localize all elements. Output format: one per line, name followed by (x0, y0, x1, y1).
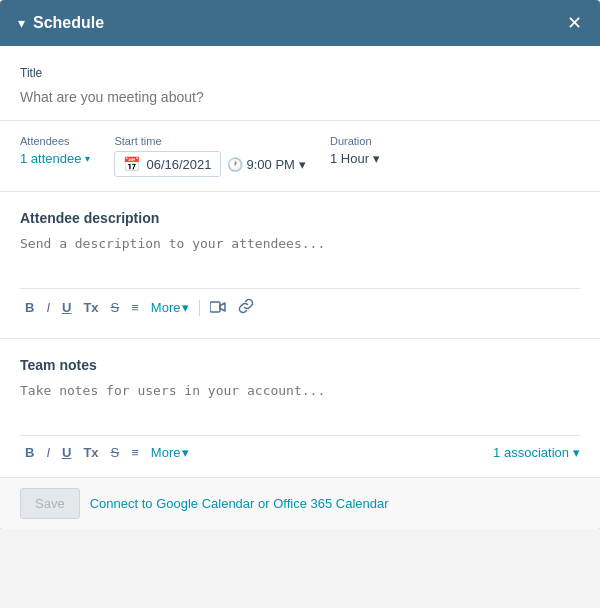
duration-text: 1 Hour (330, 151, 369, 166)
format-button-2[interactable]: Tx (78, 443, 103, 462)
bold-button-1[interactable]: B (20, 298, 39, 317)
attendees-value[interactable]: 1 attendee ▾ (20, 151, 90, 166)
more-button-2[interactable]: More ▾ (146, 442, 195, 463)
attendee-description-section: Attendee description B I U Tx S ≡ More ▾ (0, 192, 600, 339)
toolbar-divider-1 (199, 300, 200, 316)
attendees-label: Attendees (20, 135, 90, 147)
link-icon-1[interactable] (233, 295, 259, 320)
attendee-description-title: Attendee description (20, 210, 580, 226)
fields-row: Attendees 1 attendee ▾ Start time 📅 06/1… (0, 121, 600, 192)
attendees-field: Attendees 1 attendee ▾ (20, 135, 90, 166)
modal-footer: Save Connect to Google Calendar or Offic… (0, 477, 600, 529)
duration-value[interactable]: 1 Hour ▾ (330, 151, 380, 166)
date-picker[interactable]: 📅 06/16/2021 (114, 151, 220, 177)
schedule-modal: ▾ Schedule ✕ Title Attendees 1 attendee … (0, 0, 600, 529)
clock-icon: 🕐 (227, 157, 243, 172)
start-date-value: 06/16/2021 (146, 157, 211, 172)
modal-body: Title Attendees 1 attendee ▾ Start time … (0, 46, 600, 477)
attendees-count: 1 attendee (20, 151, 81, 166)
footer-left: Save Connect to Google Calendar or Offic… (20, 488, 389, 519)
underline-button-2[interactable]: U (57, 443, 76, 462)
video-icon-1[interactable] (205, 297, 231, 319)
title-section: Title (0, 46, 600, 121)
team-notes-title: Team notes (20, 357, 580, 373)
strike-button-2[interactable]: S (106, 443, 125, 462)
attendees-chevron-icon: ▾ (85, 153, 90, 164)
format-button-1[interactable]: Tx (78, 298, 103, 317)
attendee-description-input[interactable] (20, 236, 580, 276)
team-notes-input[interactable] (20, 383, 580, 423)
modal-title: Schedule (33, 14, 104, 32)
duration-field: Duration 1 Hour ▾ (330, 135, 380, 166)
underline-button-1[interactable]: U (57, 298, 76, 317)
time-picker[interactable]: 🕐 9:00 PM ▾ (227, 157, 306, 172)
toolbar-2-left: B I U Tx S ≡ More ▾ (20, 442, 194, 463)
title-input[interactable] (20, 89, 580, 105)
calendar-connect-link[interactable]: Connect to Google Calendar or Office 365… (90, 496, 389, 511)
list-button-2[interactable]: ≡ (126, 443, 144, 462)
duration-label: Duration (330, 135, 380, 147)
strike-button-1[interactable]: S (106, 298, 125, 317)
italic-button-2[interactable]: I (41, 443, 55, 462)
calendar-icon: 📅 (123, 156, 140, 172)
association-chevron-icon: ▾ (573, 445, 580, 460)
list-button-1[interactable]: ≡ (126, 298, 144, 317)
toolbar-1: B I U Tx S ≡ More ▾ (20, 288, 580, 328)
more-label-1: More (151, 300, 181, 315)
bold-button-2[interactable]: B (20, 443, 39, 462)
association-button[interactable]: 1 association ▾ (493, 445, 580, 460)
svg-rect-0 (210, 302, 220, 312)
association-label: 1 association (493, 445, 569, 460)
title-label: Title (20, 66, 580, 80)
duration-chevron-icon: ▾ (373, 151, 380, 166)
more-label-2: More (151, 445, 181, 460)
time-chevron-icon: ▾ (299, 157, 306, 172)
toolbar-2: B I U Tx S ≡ More ▾ 1 association ▾ (20, 435, 580, 467)
header-chevron-icon[interactable]: ▾ (18, 15, 25, 31)
more-chevron-icon-1: ▾ (182, 300, 189, 315)
more-chevron-icon-2: ▾ (182, 445, 189, 460)
more-button-1[interactable]: More ▾ (146, 297, 195, 318)
start-time-group: 📅 06/16/2021 🕐 9:00 PM ▾ (114, 151, 306, 177)
start-time-value: 9:00 PM (247, 157, 295, 172)
save-button[interactable]: Save (20, 488, 80, 519)
start-time-label: Start time (114, 135, 306, 147)
modal-header: ▾ Schedule ✕ (0, 0, 600, 46)
start-time-field: Start time 📅 06/16/2021 🕐 9:00 PM ▾ (114, 135, 306, 177)
header-left: ▾ Schedule (18, 14, 104, 32)
close-button[interactable]: ✕ (567, 14, 582, 32)
italic-button-1[interactable]: I (41, 298, 55, 317)
team-notes-section: Team notes B I U Tx S ≡ More ▾ 1 ass (0, 339, 600, 477)
